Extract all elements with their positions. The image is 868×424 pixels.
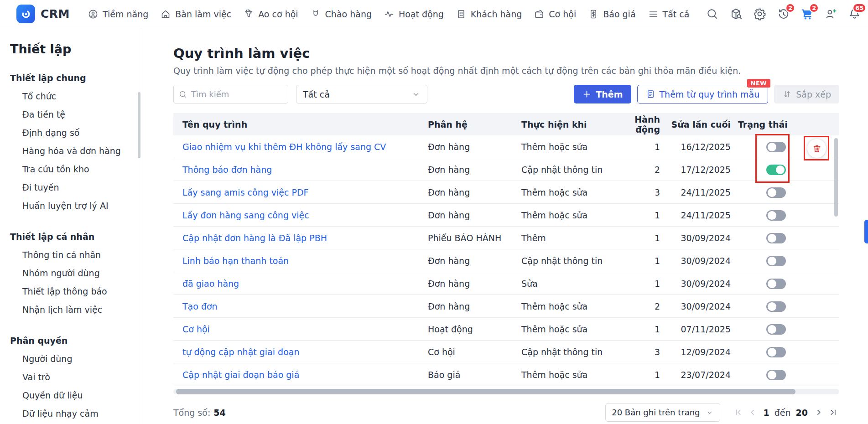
column-header: Hành động bbox=[627, 114, 664, 134]
workflow-link[interactable]: Cơ hội bbox=[182, 324, 210, 334]
nav-item-ban-lam-viec[interactable]: Bàn làm việc bbox=[154, 0, 237, 28]
notifications-button[interactable]: 65 bbox=[848, 7, 861, 21]
product-lookup-button[interactable] bbox=[729, 7, 743, 21]
modified-date-cell: 30/09/2024 bbox=[664, 233, 734, 243]
sidebar-item[interactable]: Tra cứu tồn kho bbox=[10, 160, 137, 178]
nav-item-hoat-dong[interactable]: Hoạt động bbox=[378, 0, 450, 28]
prev-page-button[interactable] bbox=[746, 406, 759, 419]
nav-item-chao-hang[interactable]: Chào hàng bbox=[304, 0, 378, 28]
horizontal-scrollbar[interactable] bbox=[173, 389, 839, 394]
workflow-link[interactable]: Giao nhiệm vụ khi thêm ĐH không lấy sang… bbox=[182, 142, 386, 152]
status-toggle[interactable] bbox=[766, 165, 786, 175]
trigger-cell: Thêm hoặc sửa bbox=[518, 187, 627, 197]
search-input[interactable] bbox=[191, 89, 283, 99]
building-icon bbox=[456, 9, 467, 20]
table-row: Cơ hộiHoạt độngThêm hoặc sửa107/11/2025 bbox=[173, 318, 839, 341]
sidebar-item[interactable]: Người dùng bbox=[10, 350, 137, 368]
crm-app: CRM Tiềm năngBàn làm việcAo cơ hộiChào h… bbox=[0, 0, 868, 424]
sidebar-item[interactable]: Thiết lập thông báo bbox=[10, 282, 137, 300]
module-cell: Đơn hàng bbox=[424, 301, 518, 311]
reminder-button[interactable]: 2 bbox=[777, 7, 790, 21]
actions-count-cell: 1 bbox=[627, 142, 664, 152]
invite-user-button[interactable] bbox=[824, 7, 837, 21]
workflow-link[interactable]: Tạo đơn bbox=[182, 301, 218, 311]
module-cell: Hoạt động bbox=[424, 324, 518, 334]
page-title: Quy trình làm việc bbox=[173, 46, 839, 61]
page-subtitle: Quy trình làm việc tự động cho phép thực… bbox=[173, 66, 839, 76]
sidebar-item[interactable]: Nhóm người dùng bbox=[10, 264, 137, 282]
sidebar-item[interactable]: Nhận lịch làm việc bbox=[10, 300, 137, 319]
doc-dollar-icon bbox=[588, 9, 599, 20]
search-button[interactable] bbox=[706, 7, 719, 21]
module-filter-select[interactable]: Tất cả bbox=[296, 85, 427, 103]
sidebar-item[interactable]: Vai trò bbox=[10, 368, 137, 386]
workflow-link[interactable]: Thông báo đơn hàng bbox=[182, 165, 272, 175]
crm-logo-icon[interactable] bbox=[16, 5, 35, 23]
status-toggle[interactable] bbox=[766, 301, 786, 312]
workflow-link[interactable]: Cập nhật giai đoạn báo giá bbox=[182, 370, 299, 380]
side-panel-tab[interactable] bbox=[864, 220, 868, 243]
nav-item-co-hoi[interactable]: Cơ hội bbox=[528, 0, 582, 28]
actions-count-cell: 1 bbox=[627, 210, 664, 220]
sidebar-title: Thiết lập bbox=[10, 42, 137, 56]
table-header: Tên quy trìnhPhân hệThực hiện khiHành độ… bbox=[173, 113, 839, 135]
sort-button[interactable]: Sắp xếp bbox=[774, 85, 839, 103]
status-toggle[interactable] bbox=[766, 187, 786, 198]
actions-count-cell: 1 bbox=[627, 233, 664, 243]
column-header: Sửa lần cuối bbox=[664, 119, 734, 129]
pagination: 20 Bản ghi trên trang 1 đến 20 bbox=[605, 403, 839, 422]
nav-item-bao-gia[interactable]: Báo giá bbox=[582, 0, 641, 28]
sidebar-item[interactable]: Tổ chức bbox=[10, 87, 137, 105]
nav-actions: 2265 bbox=[695, 7, 868, 21]
sidebar-scrollbar[interactable] bbox=[138, 92, 140, 158]
module-filter-value: Tất cả bbox=[303, 89, 330, 99]
sidebar-section-label: Thiết lập cá nhân bbox=[10, 227, 137, 246]
status-toggle[interactable] bbox=[766, 210, 786, 221]
table-vertical-scrollbar[interactable] bbox=[834, 138, 838, 217]
workflow-link[interactable]: đã giao hàng bbox=[182, 279, 239, 289]
modified-date-cell: 30/09/2024 bbox=[664, 279, 734, 289]
status-toggle[interactable] bbox=[766, 233, 786, 243]
sidebar-item[interactable]: Định dạng số bbox=[10, 124, 137, 142]
nav-item-khach-hang[interactable]: Khách hàng bbox=[450, 0, 528, 28]
sidebar-item[interactable]: Quyền dữ liệu bbox=[10, 386, 137, 404]
nav-item-tat-ca[interactable]: Tất cả bbox=[642, 0, 696, 28]
workflow-link[interactable]: tự động cập nhật giai đoạn bbox=[182, 347, 299, 357]
workflow-link[interactable]: Linh báo hạn thanh toán bbox=[182, 256, 289, 266]
sidebar-item[interactable]: Đa tiền tệ bbox=[10, 105, 137, 124]
column-header: Tên quy trình bbox=[173, 119, 424, 129]
module-cell: Phiếu BẢO HÀNH bbox=[424, 233, 518, 243]
table-row: Lấy sang amis công việc PDFĐơn hàngThêm … bbox=[173, 181, 839, 204]
status-toggle[interactable] bbox=[766, 256, 786, 266]
settings-button[interactable] bbox=[753, 7, 766, 21]
sidebar-item[interactable]: Dữ liệu nhạy cảm bbox=[10, 404, 137, 423]
add-button[interactable]: Thêm bbox=[574, 85, 631, 103]
status-toggle[interactable] bbox=[766, 370, 786, 380]
status-toggle[interactable] bbox=[766, 324, 786, 335]
add-from-template-button[interactable]: Thêm từ quy trình mẫu NEW bbox=[637, 85, 769, 103]
delete-button[interactable] bbox=[807, 139, 826, 158]
app-title: CRM bbox=[41, 7, 70, 21]
range-separator: đến bbox=[774, 408, 791, 418]
status-toggle[interactable] bbox=[766, 347, 786, 357]
workflow-link[interactable]: Lấy đơn hàng sang công việc bbox=[182, 210, 309, 220]
nav-item-tiem-nang[interactable]: Tiềm năng bbox=[82, 0, 154, 28]
status-toggle[interactable] bbox=[766, 142, 786, 152]
module-cell: Báo giá bbox=[424, 370, 518, 380]
sidebar-item[interactable]: Thông tin cá nhân bbox=[10, 246, 137, 264]
nav-item-ao-co-hoi[interactable]: Ao cơ hội bbox=[237, 0, 304, 28]
page-size-select[interactable]: 20 Bản ghi trên trang bbox=[605, 403, 720, 422]
home-icon bbox=[160, 9, 171, 20]
cart-button[interactable]: 2 bbox=[800, 7, 814, 21]
last-page-button[interactable] bbox=[827, 406, 839, 419]
reminder-badge: 2 bbox=[785, 3, 795, 13]
first-page-button[interactable] bbox=[732, 406, 744, 419]
status-toggle[interactable] bbox=[766, 279, 786, 289]
sidebar-item[interactable]: Đi tuyến bbox=[10, 178, 137, 196]
workflow-link[interactable]: Lấy sang amis công việc PDF bbox=[182, 187, 309, 197]
sidebar-item[interactable]: Huấn luyện trợ lý AI bbox=[10, 196, 137, 215]
column-header: Phân hệ bbox=[424, 119, 518, 129]
workflow-link[interactable]: Cập nhật đơn hàng là Đã lập PBH bbox=[182, 233, 327, 243]
next-page-button[interactable] bbox=[813, 406, 825, 419]
sidebar-item[interactable]: Hàng hóa và đơn hàng bbox=[10, 142, 137, 160]
